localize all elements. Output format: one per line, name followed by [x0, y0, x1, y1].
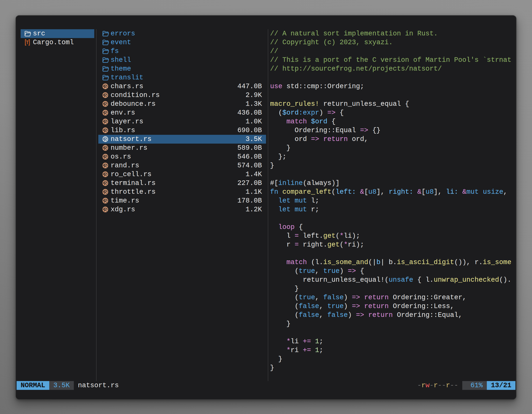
svg-text:R: R — [104, 110, 107, 116]
svg-text:R: R — [104, 128, 107, 133]
svg-text:R: R — [104, 154, 107, 160]
svg-text:R: R — [104, 172, 107, 177]
svg-text:R: R — [104, 198, 107, 203]
svg-text:R: R — [104, 163, 107, 168]
svg-text:R: R — [104, 137, 107, 142]
svg-text:R: R — [104, 181, 107, 186]
svg-text:R: R — [104, 93, 107, 98]
svg-text:R: R — [104, 84, 107, 89]
svg-text:R: R — [104, 207, 107, 212]
svg-text:R: R — [104, 190, 107, 195]
svg-text:R: R — [104, 102, 107, 107]
svg-text:R: R — [104, 146, 107, 151]
svg-text:R: R — [104, 119, 107, 124]
